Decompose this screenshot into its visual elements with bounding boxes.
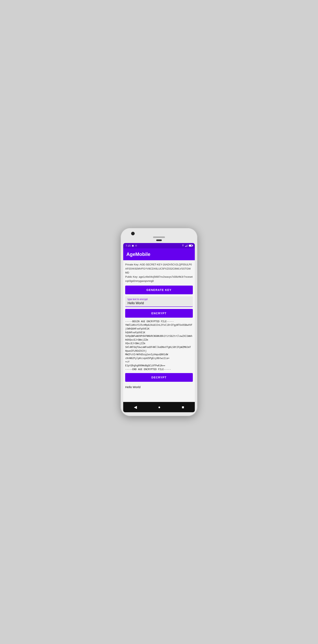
back-button[interactable]: ◀ [134,405,137,410]
app-title: AgeMobile [126,252,150,257]
decrypted-text: Hello World [125,385,140,389]
encrypt-input-container[interactable]: type text to encrypt Hello World [125,296,193,307]
key-section: Private Key: AGE-SECRET-KEY-16ADV5CV2LQP… [125,263,193,283]
encrypt-button[interactable]: ENCRYPT [125,309,193,318]
speaker [153,236,165,238]
recent-button[interactable]: ■ [182,405,184,410]
battery-icon [189,244,192,246]
decrypted-output: Hello World [125,384,193,400]
decrypt-button[interactable]: DECRYPT [125,373,193,382]
encrypt-input-value[interactable]: Hello World [128,302,190,306]
generate-key-button[interactable]: GENERATE KEY [125,286,193,294]
encrypted-output: -----BEGIN AGE ENCRYPTED FILE----- YWdlL… [125,320,193,371]
svg-rect-0 [185,246,186,247]
signal-icon [185,244,188,247]
content-area: Private Key: AGE-SECRET-KEY-16ADV5CV2LQP… [123,260,195,402]
public-key-label: Public Key: [125,275,138,278]
status-left: 7:15 ▣ ⊙ [126,244,137,247]
sim-icon: ▣ [132,244,134,247]
wifi-icon [181,244,185,247]
nav-bar: ◀ ● ■ [123,402,195,412]
android-icon: ⊙ [135,244,137,247]
svg-rect-1 [186,246,187,247]
app-bar: AgeMobile [123,248,195,260]
camera [131,232,135,235]
phone-screen: 7:15 ▣ ⊙ [123,243,195,412]
encrypted-text: -----BEGIN AGE ENCRYPTED FILE----- YWdlL… [125,320,192,371]
home-button[interactable]: ● [158,405,160,410]
svg-rect-3 [188,244,188,247]
time-display: 7:15 [126,244,130,247]
sensor [156,240,162,241]
encrypt-input-label: type text to encrypt [128,298,190,301]
status-bar: 7:15 ▣ ⊙ [123,243,195,248]
private-key-label: Private Key: [125,263,139,266]
phone-frame: 7:15 ▣ ⊙ [120,228,198,416]
svg-rect-2 [187,245,187,247]
status-right [181,244,192,247]
